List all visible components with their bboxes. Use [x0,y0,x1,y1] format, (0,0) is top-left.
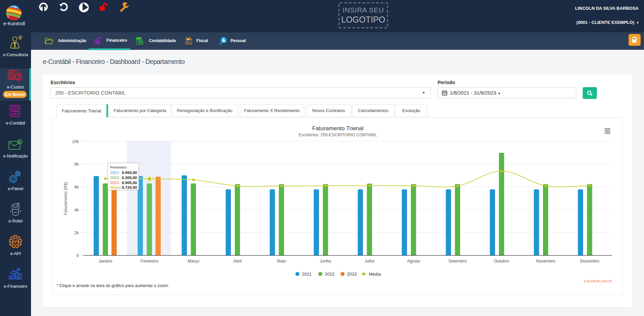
svg-text:e-Kontroll.com.br: e-Kontroll.com.br [584,279,612,283]
svg-text:$: $ [17,74,20,79]
svg-text:Maio: Maio [277,259,286,264]
svg-text:Março: Março [188,259,199,264]
svg-text:Julho: Julho [364,259,375,264]
svg-text:Junho: Junho [320,259,331,264]
svg-text:Média: Média [369,272,381,277]
svg-text:2k: 2k [74,231,79,235]
svg-text:DRE: DRE [138,38,140,39]
svg-text:4k: 4k [74,208,79,212]
svg-text:Dezembro: Dezembro [580,259,600,264]
svg-text:6.305,00: 6.305,00 [122,176,137,180]
svg-text:Agosto: Agosto [407,259,420,264]
svg-text:Média:: Média: [110,185,122,189]
svg-text:API: API [12,240,19,244]
svg-text:Abril: Abril [233,259,242,264]
svg-text:Fevereiro: Fevereiro [140,259,158,264]
svg-text:2021: 2021 [302,272,312,277]
svg-text:10k: 10k [72,139,79,144]
svg-text:6k: 6k [74,185,79,189]
svg-text:6.720,00: 6.720,00 [122,185,137,189]
svg-text:8k: 8k [74,162,79,167]
svg-text:2022:: 2022: [110,176,120,180]
svg-text:Novembro: Novembro [536,259,555,264]
svg-text:2021:: 2021: [110,171,120,175]
svg-text:Faturamento (R$): Faturamento (R$) [63,182,68,215]
svg-text:0: 0 [76,253,79,258]
svg-text:2022: 2022 [325,272,334,277]
svg-text:Faturamento Trienal: Faturamento Trienal [312,125,363,132]
svg-text:6.950,00: 6.950,00 [122,171,137,175]
svg-text:6.905,00: 6.905,00 [122,181,137,185]
svg-text:2023:: 2023: [110,181,120,185]
svg-text:Outubro: Outubro [494,259,509,264]
svg-text:Fevereiro: Fevereiro [110,165,127,169]
svg-text:Escritórios: 250-ESCRITORIO CO: Escritórios: 250-ESCRITORIO CONTABIL [299,133,377,137]
svg-text:Janeiro: Janeiro [99,259,112,264]
svg-text:Setembro: Setembro [448,259,466,264]
svg-text:XML: XML [187,39,190,40]
svg-text:2023: 2023 [347,272,357,277]
